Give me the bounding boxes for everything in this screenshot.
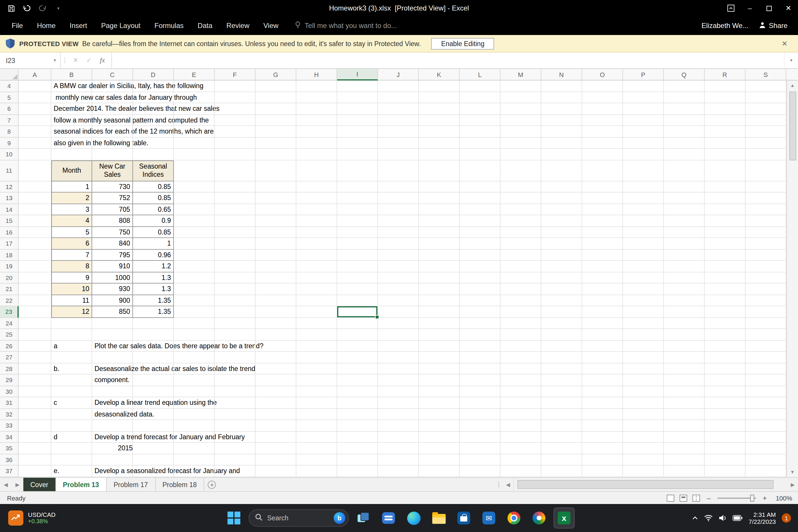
cell-I4[interactable] <box>337 80 378 92</box>
cell-N36[interactable] <box>542 454 582 466</box>
cell-Q25[interactable] <box>664 329 705 340</box>
tab-split-handle[interactable]: ⋮ <box>495 481 503 488</box>
cell-I26[interactable] <box>337 340 378 352</box>
cell-B13[interactable]: 2 <box>51 192 92 204</box>
cell-P28[interactable] <box>623 363 664 375</box>
cell-F28[interactable] <box>215 363 255 375</box>
cell-F22[interactable] <box>215 295 255 306</box>
cell-G26[interactable] <box>255 340 296 352</box>
cell-S14[interactable] <box>745 204 786 215</box>
battery-icon[interactable] <box>733 515 743 521</box>
cell-M8[interactable] <box>500 126 542 137</box>
cell-B18[interactable]: 7 <box>51 249 92 261</box>
column-header-B[interactable]: B <box>51 69 92 80</box>
cell-G5[interactable] <box>255 92 296 103</box>
cell-R23[interactable] <box>705 306 745 318</box>
cell-A29[interactable] <box>19 375 51 386</box>
cell-M27[interactable] <box>500 352 542 363</box>
cell-R14[interactable] <box>705 204 745 215</box>
share-button[interactable]: Share <box>759 21 787 30</box>
cell-Q11[interactable] <box>664 160 705 181</box>
cell-H10[interactable] <box>296 149 337 160</box>
cell-C15[interactable]: 808 <box>92 215 133 227</box>
cell-H4[interactable] <box>296 80 337 92</box>
cell-I12[interactable] <box>337 181 378 192</box>
cell-D13[interactable]: 0.85 <box>133 192 174 204</box>
cell-G15[interactable] <box>255 215 296 227</box>
cell-C36[interactable] <box>92 454 133 466</box>
cell-S27[interactable] <box>745 352 786 363</box>
cell-N23[interactable] <box>542 306 582 318</box>
cell-J35[interactable] <box>378 443 419 454</box>
cell-L8[interactable] <box>460 126 500 137</box>
cell-S13[interactable] <box>745 192 786 204</box>
cell-I7[interactable] <box>337 115 378 126</box>
cell-K15[interactable] <box>419 215 460 227</box>
cell-O17[interactable] <box>582 238 623 249</box>
cell-J11[interactable] <box>378 160 419 181</box>
cell-Q6[interactable] <box>664 103 705 115</box>
cell-M15[interactable] <box>500 215 542 227</box>
cell-Q22[interactable] <box>664 295 705 306</box>
cell-R8[interactable] <box>705 126 745 137</box>
vertical-scroll-thumb[interactable] <box>789 92 796 160</box>
cell-C7[interactable] <box>92 115 133 126</box>
cell-B6[interactable]: December 2014. The dealer believes that … <box>51 103 92 115</box>
cell-E24[interactable] <box>174 318 215 329</box>
cell-E36[interactable] <box>174 454 215 466</box>
cell-N27[interactable] <box>542 352 582 363</box>
cell-L26[interactable] <box>460 340 500 352</box>
cell-H17[interactable] <box>296 238 337 249</box>
cell-K24[interactable] <box>419 318 460 329</box>
cell-A17[interactable] <box>19 238 51 249</box>
horizontal-scroll-thumb[interactable] <box>517 480 774 489</box>
cell-K9[interactable] <box>419 137 460 149</box>
cell-F8[interactable] <box>215 126 255 137</box>
edge-button[interactable] <box>403 508 424 529</box>
cell-I8[interactable] <box>337 126 378 137</box>
cell-H14[interactable] <box>296 204 337 215</box>
cell-F13[interactable] <box>215 192 255 204</box>
file-explorer-button[interactable] <box>428 508 449 529</box>
cell-M14[interactable] <box>500 204 542 215</box>
cell-G8[interactable] <box>255 126 296 137</box>
ribbon-tab-insert[interactable]: Insert <box>63 16 94 35</box>
cell-P29[interactable] <box>623 375 664 386</box>
cell-Q13[interactable] <box>664 192 705 204</box>
cell-Q14[interactable] <box>664 204 705 215</box>
cell-D35[interactable] <box>133 443 174 454</box>
cell-D30[interactable] <box>133 386 174 397</box>
cell-E21[interactable] <box>174 284 215 295</box>
cell-A22[interactable] <box>19 295 51 306</box>
cell-I36[interactable] <box>337 454 378 466</box>
cell-I24[interactable] <box>337 318 378 329</box>
cell-K33[interactable] <box>419 420 460 431</box>
cell-S35[interactable] <box>745 443 786 454</box>
tray-expand-icon[interactable] <box>692 516 699 520</box>
cell-P30[interactable] <box>623 386 664 397</box>
cell-N18[interactable] <box>542 249 582 261</box>
cell-A5[interactable] <box>19 92 51 103</box>
column-header-M[interactable]: M <box>500 69 542 80</box>
cell-I33[interactable] <box>337 420 378 431</box>
cell-B34[interactable]: d <box>51 431 92 443</box>
cell-B35[interactable] <box>51 443 92 454</box>
cell-J37[interactable] <box>378 466 419 477</box>
cell-S8[interactable] <box>745 126 786 137</box>
enable-editing-button[interactable]: Enable Editing <box>431 38 494 49</box>
cell-N17[interactable] <box>542 238 582 249</box>
cell-E27[interactable] <box>174 352 215 363</box>
cell-F7[interactable] <box>215 115 255 126</box>
cell-P35[interactable] <box>623 443 664 454</box>
cell-P21[interactable] <box>623 284 664 295</box>
cell-S31[interactable] <box>745 397 786 408</box>
cell-R31[interactable] <box>705 397 745 408</box>
close-button[interactable]: ✕ <box>779 0 798 16</box>
cell-Q28[interactable] <box>664 363 705 375</box>
cell-K16[interactable] <box>419 227 460 238</box>
cell-M6[interactable] <box>500 103 542 115</box>
cell-C26[interactable]: Plot the car sales data. Does there appe… <box>92 340 133 352</box>
row-header-13[interactable]: 13 <box>0 192 19 204</box>
cell-P26[interactable] <box>623 340 664 352</box>
cell-Q32[interactable] <box>664 408 705 420</box>
